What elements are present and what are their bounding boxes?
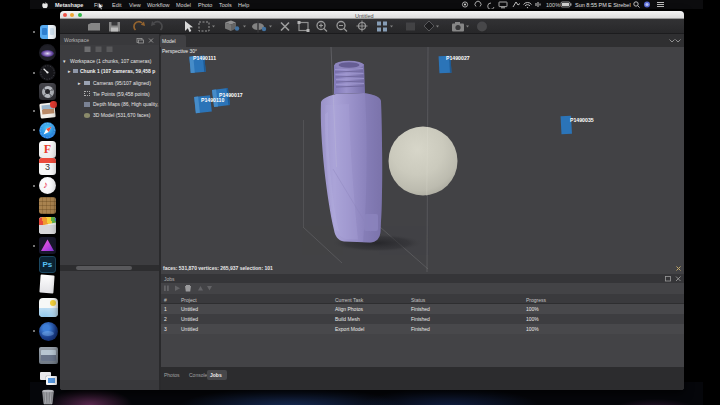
svg-text:P1490027: P1490027: [446, 55, 470, 61]
svg-text:100%: 100%: [546, 2, 560, 8]
svg-text:E Strebel: E Strebel: [608, 2, 631, 8]
svg-text:P1490035: P1490035: [570, 117, 594, 123]
svg-text:P1490111: P1490111: [193, 55, 216, 61]
svg-text:P1490110: P1490110: [201, 97, 224, 103]
svg-text:Sun 8:55 PM: Sun 8:55 PM: [575, 2, 607, 8]
